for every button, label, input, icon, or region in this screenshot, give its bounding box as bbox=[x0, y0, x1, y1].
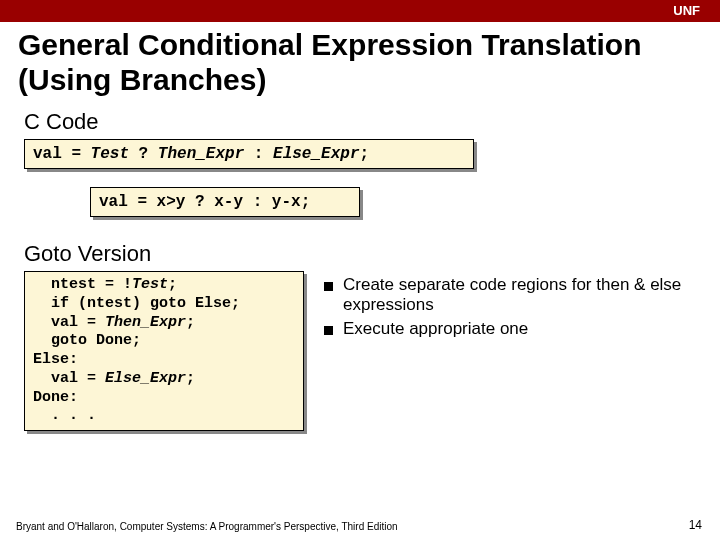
code-ital: Then_Expr bbox=[158, 145, 244, 163]
section-goto: Goto Version bbox=[0, 217, 720, 271]
bullet-item: Create separate code regions for then & … bbox=[324, 275, 696, 315]
code-text: . . . bbox=[33, 407, 96, 424]
bullet-list: Create separate code regions for then & … bbox=[324, 271, 696, 343]
code-text: : bbox=[244, 145, 273, 163]
code-ital: Test bbox=[91, 145, 129, 163]
codebox-expression: val = Test ? Then_Expr : Else_Expr; bbox=[24, 139, 474, 169]
code-text: val = bbox=[33, 370, 105, 387]
code-text: Done: bbox=[33, 389, 78, 406]
code-text: ; bbox=[168, 276, 177, 293]
code-text: ; bbox=[359, 145, 369, 163]
bullet-square-icon bbox=[324, 282, 333, 291]
codebox-goto: ntest = !Test; if (ntest) goto Else; val… bbox=[24, 271, 304, 431]
code-text: val = bbox=[33, 314, 105, 331]
code-text: ntest = ! bbox=[33, 276, 132, 293]
code-text: val = bbox=[33, 145, 91, 163]
code-ital: Then_Expr bbox=[105, 314, 186, 331]
code-text: if (ntest) goto Else; bbox=[33, 295, 240, 312]
slide-title: General Conditional Expression Translati… bbox=[0, 22, 720, 99]
code-ital: Else_Expr bbox=[105, 370, 186, 387]
code-text: ; bbox=[186, 370, 195, 387]
bullet-square-icon bbox=[324, 326, 333, 335]
footer-citation: Bryant and O'Hallaron, Computer Systems:… bbox=[16, 521, 398, 532]
code-ital: Else_Expr bbox=[273, 145, 359, 163]
bullet-text: Execute appropriate one bbox=[343, 319, 528, 339]
bullet-item: Execute appropriate one bbox=[324, 319, 696, 339]
code-text: ; bbox=[186, 314, 195, 331]
code-text: goto Done; bbox=[33, 332, 141, 349]
code-ital: Test bbox=[132, 276, 168, 293]
section-ccode: C Code bbox=[0, 99, 720, 139]
bullet-text: Create separate code regions for then & … bbox=[343, 275, 696, 315]
codebox-example: val = x>y ? x-y : y-x; bbox=[90, 187, 360, 217]
code-text: ? bbox=[129, 145, 158, 163]
topbar-label: UNF bbox=[673, 3, 700, 18]
page-number: 14 bbox=[689, 518, 702, 532]
topbar: UNF bbox=[0, 0, 720, 22]
code-text: Else: bbox=[33, 351, 78, 368]
